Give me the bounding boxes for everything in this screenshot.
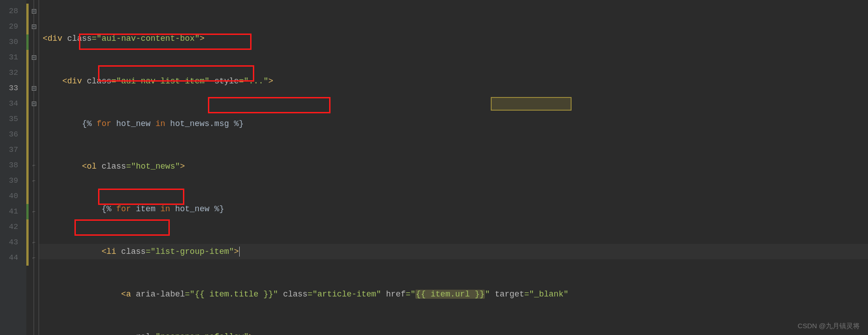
- code-line[interactable]: <div class="aui-nav-list-item" style="..…: [39, 73, 868, 89]
- line-number[interactable]: 36: [0, 127, 26, 142]
- line-number[interactable]: 28: [0, 4, 26, 19]
- line-number[interactable]: 37: [0, 142, 26, 158]
- fold-end[interactable]: ⌐: [29, 158, 39, 173]
- line-number-gutter: 28 29 30 31 32 33 34 35 36 37 38 39 40 4…: [0, 0, 26, 335]
- fold-toggle[interactable]: −: [29, 4, 39, 19]
- code-line[interactable]: <div class="aui-nav-content-box">: [39, 31, 868, 46]
- fold-end[interactable]: ⌐: [29, 235, 39, 250]
- line-number[interactable]: 35: [0, 112, 26, 127]
- highlight-box: [491, 97, 572, 111]
- line-number[interactable]: 40: [0, 189, 26, 204]
- change-marker-modified: [26, 4, 29, 34]
- line-number[interactable]: 41: [0, 204, 26, 219]
- watermark: CSDN @九月镇灵将: [798, 322, 860, 330]
- line-number[interactable]: 44: [0, 250, 26, 266]
- code-line-current[interactable]: <li class="list-group-item">: [39, 244, 868, 259]
- fold-toggle[interactable]: −: [29, 96, 39, 112]
- change-marker-added: [26, 34, 29, 50]
- line-number[interactable]: 30: [0, 34, 26, 50]
- code-line[interactable]: {% for item in hot_new %}: [39, 201, 868, 217]
- annotation-box: [208, 97, 330, 113]
- fold-end[interactable]: ⌐: [29, 173, 39, 189]
- change-marker-modified: [26, 50, 29, 204]
- line-number[interactable]: 38: [0, 158, 26, 173]
- fold-toggle[interactable]: −: [29, 19, 39, 34]
- code-line[interactable]: rel="noopener nofollow">: [39, 329, 868, 335]
- text-cursor: [239, 247, 240, 257]
- line-number[interactable]: 43: [0, 235, 26, 250]
- fold-end[interactable]: ⌐: [29, 204, 39, 219]
- fold-end[interactable]: ⌐: [29, 250, 39, 266]
- line-number[interactable]: 31: [0, 50, 26, 65]
- line-number[interactable]: 32: [0, 65, 26, 81]
- line-number-current[interactable]: 33: [0, 81, 26, 96]
- fold-toggle[interactable]: −: [29, 50, 39, 65]
- code-line[interactable]: {% for hot_new in hot_news.msg %}: [39, 116, 868, 131]
- fold-toggle[interactable]: −: [29, 81, 39, 96]
- code-area[interactable]: <div class="aui-nav-content-box"> <div c…: [39, 0, 868, 335]
- line-number[interactable]: 42: [0, 219, 26, 235]
- code-line[interactable]: <a aria-label="{{ item.title }}" class="…: [39, 286, 868, 302]
- fold-gutter: − − − − − ⌐ ⌐ ⌐ ⌐ ⌐: [29, 0, 39, 335]
- line-number[interactable]: 34: [0, 96, 26, 112]
- code-editor: 28 29 30 31 32 33 34 35 36 37 38 39 40 4…: [0, 0, 868, 335]
- change-marker-modified: [26, 219, 29, 266]
- code-line[interactable]: <ol class="hot_news">: [39, 159, 868, 174]
- change-marker-added: [26, 204, 29, 219]
- annotation-box: [74, 219, 170, 236]
- line-number[interactable]: 29: [0, 19, 26, 34]
- line-number[interactable]: 39: [0, 173, 26, 189]
